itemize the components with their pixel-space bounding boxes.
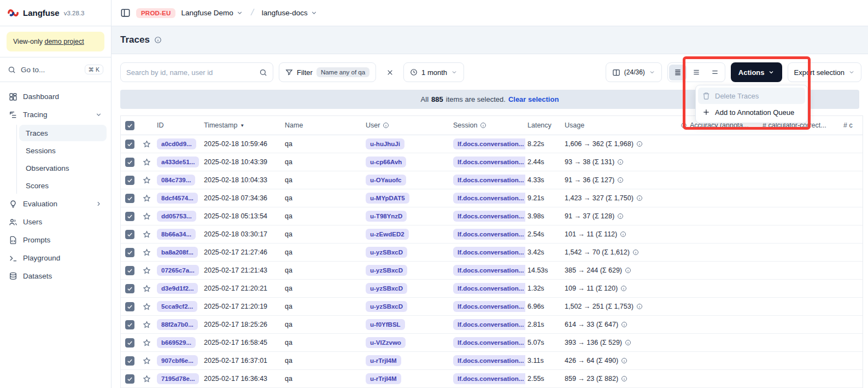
sidebar-item-evaluation[interactable]: Evaluation <box>4 195 107 213</box>
filter-button[interactable]: Filter Name any of qa <box>279 62 376 82</box>
user-badge[interactable]: u-huJhuJi <box>366 138 404 149</box>
user-badge[interactable]: u-yzSBxcD <box>366 265 407 276</box>
table-row[interactable]: 8b66a34... 2025-02-18 03:30:17 qa u-zEwd… <box>121 225 863 244</box>
trace-id-badge[interactable]: 084c739... <box>157 175 195 186</box>
row-height-medium-button[interactable] <box>688 65 705 80</box>
trace-id-badge[interactable]: 5cca9cf2... <box>157 301 197 312</box>
session-badge[interactable]: lf.docs.conversation... <box>453 247 525 258</box>
table-row[interactable]: a0cd0d9... 2025-02-18 10:59:46 qa u-huJh… <box>121 135 863 153</box>
table-row[interactable]: d3e9d1f2... 2025-02-17 21:20:21 qa u-yzS… <box>121 280 863 298</box>
menu-item-delete-traces[interactable]: Delete Traces <box>698 88 805 104</box>
session-badge[interactable]: lf.docs.conversation... <box>453 355 525 366</box>
session-badge[interactable]: lf.docs.conversation... <box>453 265 525 276</box>
table-row[interactable]: ba8a208f... 2025-02-17 21:27:46 qa u-yzS… <box>121 244 863 262</box>
trace-id-badge[interactable]: dd05753... <box>157 211 196 222</box>
row-checkbox[interactable] <box>125 158 134 167</box>
star-icon[interactable] <box>143 140 151 148</box>
demo-project-link[interactable]: demo project <box>44 38 84 45</box>
export-selection-button[interactable]: Export selection <box>788 62 862 82</box>
trace-id-badge[interactable]: 907cbf6e... <box>157 355 198 366</box>
session-badge[interactable]: lf.docs.conversation... <box>453 229 525 240</box>
star-icon[interactable] <box>143 230 151 239</box>
column-header-usage[interactable]: Usage <box>562 121 678 129</box>
star-icon[interactable] <box>143 267 151 275</box>
sidebar-item-observations[interactable]: Observations <box>19 160 107 176</box>
info-icon[interactable] <box>383 122 389 129</box>
table-row[interactable]: 7195d78e... 2025-02-17 16:36:43 qa u-rTr… <box>121 370 863 388</box>
sidebar-item-dashboard[interactable]: Dashboard <box>4 88 107 106</box>
info-icon[interactable] <box>154 36 162 44</box>
sidebar-item-prompts[interactable]: Prompts <box>4 231 107 249</box>
user-badge[interactable]: u-MYpDAT5 <box>366 193 409 204</box>
trace-id-badge[interactable]: a433de51... <box>157 157 199 167</box>
row-checkbox[interactable] <box>125 356 134 366</box>
user-badge[interactable]: u-rTrjI4M <box>366 373 401 384</box>
goto-search[interactable]: Go to... ⌘ K <box>0 57 111 82</box>
user-badge[interactable]: u-cp66Avh <box>366 157 406 167</box>
row-checkbox[interactable] <box>125 284 134 293</box>
menu-item-add-to-annotation-queue[interactable]: Add to Annotation Queue <box>698 104 805 120</box>
session-badge[interactable]: lf.docs.conversation... <box>453 138 525 149</box>
trace-id-badge[interactable]: 07265c7a... <box>157 265 199 276</box>
row-checkbox[interactable] <box>125 176 134 185</box>
info-icon[interactable] <box>636 303 643 310</box>
session-badge[interactable]: lf.docs.conversation... <box>453 301 525 312</box>
sidebar-item-scores[interactable]: Scores <box>19 177 107 194</box>
select-all-checkbox[interactable] <box>125 121 134 130</box>
info-icon[interactable] <box>636 141 643 147</box>
star-icon[interactable] <box>143 321 151 329</box>
session-badge[interactable]: lf.docs.conversation... <box>453 283 525 294</box>
star-icon[interactable] <box>143 375 151 383</box>
row-checkbox[interactable] <box>125 248 134 257</box>
column-header-timestamp[interactable]: Timestamp▼ <box>202 121 283 129</box>
row-checkbox[interactable] <box>125 140 134 149</box>
sidebar-item-datasets[interactable]: Datasets <box>4 267 107 285</box>
user-badge[interactable]: u-yzSBxcD <box>366 247 407 258</box>
table-row[interactable]: 07265c7a... 2025-02-17 21:21:43 qa u-yzS… <box>121 262 863 280</box>
trace-id-badge[interactable]: b669529... <box>157 337 196 348</box>
info-icon[interactable] <box>632 249 639 256</box>
row-checkbox[interactable] <box>125 302 134 311</box>
search-input[interactable] <box>126 68 259 77</box>
session-badge[interactable]: lf.docs.conversation... <box>453 373 525 384</box>
info-icon[interactable] <box>620 231 626 238</box>
session-badge[interactable]: lf.docs.conversation... <box>453 193 525 204</box>
user-badge[interactable]: u-zEwdED2 <box>366 229 409 240</box>
table-row[interactable]: dd05753... 2025-02-18 05:13:54 qa u-T98Y… <box>121 207 863 225</box>
row-checkbox[interactable] <box>125 320 134 329</box>
session-badge[interactable]: lf.docs.conversation... <box>453 175 525 186</box>
star-icon[interactable] <box>143 194 151 202</box>
info-icon[interactable] <box>617 159 624 165</box>
session-badge[interactable]: lf.docs.conversation... <box>453 157 525 167</box>
trace-id-badge[interactable]: ba8a208f... <box>157 247 198 258</box>
session-badge[interactable]: lf.docs.conversation... <box>453 319 525 330</box>
row-checkbox[interactable] <box>125 212 134 221</box>
trace-id-badge[interactable]: 8b66a34... <box>157 229 196 240</box>
table-row[interactable]: b669529... 2025-02-17 16:58:45 qa u-VIZz… <box>121 334 863 352</box>
trace-id-badge[interactable]: 88f2a7b0... <box>157 319 198 330</box>
info-icon[interactable] <box>480 122 486 129</box>
column-header-extra-score[interactable]: # c <box>841 121 864 129</box>
session-badge[interactable]: lf.docs.conversation... <box>453 337 525 348</box>
sidebar-item-playground[interactable]: Playground <box>4 249 107 267</box>
session-badge[interactable]: lf.docs.conversation... <box>453 211 525 222</box>
user-badge[interactable]: u-T98YnzD <box>366 211 407 222</box>
clear-filter-button[interactable] <box>382 62 398 82</box>
info-icon[interactable] <box>625 267 631 274</box>
user-badge[interactable]: u-f0YfBSL <box>366 319 405 330</box>
info-icon[interactable] <box>621 375 627 382</box>
sidebar-item-users[interactable]: Users <box>4 213 107 231</box>
column-header-name[interactable]: Name <box>283 121 363 129</box>
star-icon[interactable] <box>143 339 151 347</box>
breadcrumb-project[interactable]: langfuse-docs <box>262 9 318 17</box>
row-height-small-button[interactable] <box>669 65 687 80</box>
info-icon[interactable] <box>621 321 627 328</box>
user-badge[interactable]: u-yzSBxcD <box>366 283 407 294</box>
search-icon[interactable] <box>259 68 267 77</box>
table-row[interactable]: 88f2a7b0... 2025-02-17 18:25:26 qa u-f0Y… <box>121 316 863 334</box>
panel-left-icon[interactable] <box>120 8 131 18</box>
star-icon[interactable] <box>143 303 151 311</box>
info-icon[interactable] <box>636 195 643 201</box>
clear-selection-link[interactable]: Clear selection <box>508 95 559 103</box>
star-icon[interactable] <box>143 212 151 221</box>
